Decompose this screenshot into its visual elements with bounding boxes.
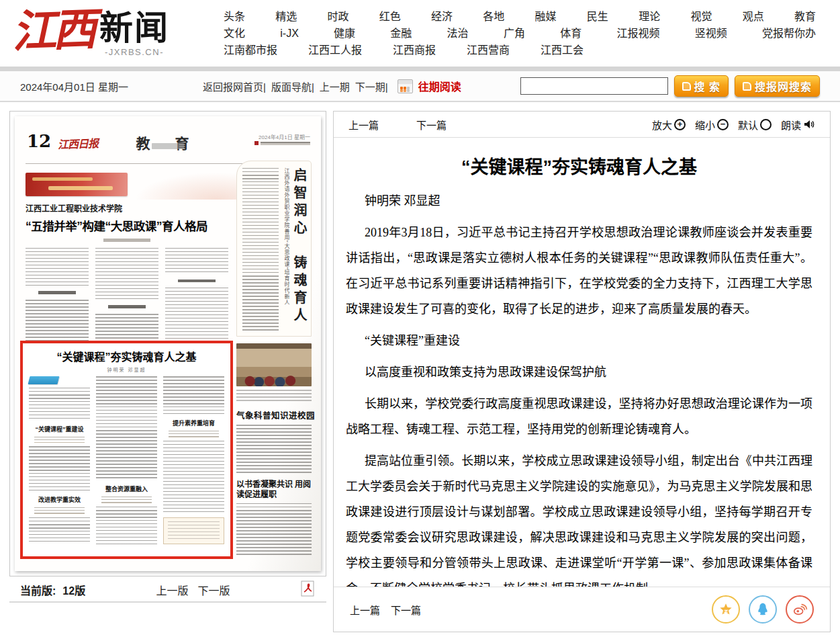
nav-item[interactable]: 文化 — [224, 25, 245, 42]
zoom-in-control[interactable]: 放大+ — [652, 118, 686, 132]
text-lines — [29, 388, 90, 420]
article-content: “关键课程”夯实铸魂育人之基 钟明荣 邓显超 2019年3月18日，习近平总书记… — [334, 138, 830, 587]
text-lines — [29, 517, 90, 544]
side-article-card[interactable]: 江西外语外贸职业学院善用“大思政课”培育时代新人 启智润心 铸魂育人 — [236, 161, 312, 337]
next-article-link[interactable]: 下一篇 — [416, 118, 447, 132]
logo-domain-text: -JXRBS.CN- — [105, 47, 164, 57]
nav-item[interactable]: 江西工人报 — [308, 42, 362, 58]
prev-issue-link[interactable]: 上一期 — [320, 79, 350, 93]
next-page-link[interactable]: 下一版 — [198, 582, 230, 598]
page-preview-panel: 12 江西日报 教 育 2024年4月1日 星期一 江西工业工程职业技术学院 “… — [9, 111, 326, 603]
nav-item[interactable]: 金融 — [390, 25, 412, 42]
prev-page-link[interactable]: 上一版 — [156, 582, 189, 598]
editor-note-box — [163, 517, 224, 544]
subhead-underline — [34, 437, 85, 443]
subhead-underline — [169, 431, 219, 437]
back-home-link[interactable]: 返回报网首页| — [203, 79, 266, 93]
newspaper-date-block: 2024年4月1日 星期一 — [254, 134, 310, 145]
nav-row-1: 头条 精选 时政 红色 经济 各地 融媒 民生 理论 视觉 观点 教育 — [224, 8, 816, 25]
news-photo — [236, 343, 312, 386]
nav-item[interactable]: 经济 — [431, 8, 453, 25]
side-article-subtitle: 江西外语外贸职业学院善用“大思政课”培育时代新人 — [283, 168, 289, 328]
nav-item[interactable]: 融媒 — [535, 8, 557, 25]
search-input[interactable] — [520, 77, 668, 95]
text-lines — [96, 376, 157, 480]
highlight-subhead: “关键课程”重建设 — [29, 425, 90, 433]
text-lines — [26, 300, 89, 345]
read-aloud-control[interactable]: 朗读 — [781, 118, 815, 132]
nav-item[interactable]: 法治 — [447, 25, 469, 42]
top-article[interactable]: 江西工业工程职业技术学院 “五措并举”构建“大思政课”育人格局 — [26, 202, 228, 345]
weather-article-headline: 气象科普知识进校园 — [236, 409, 312, 421]
nav-item[interactable]: 民生 — [587, 8, 608, 25]
nav-item[interactable]: 党报帮你办 — [762, 25, 816, 42]
text-lines — [168, 521, 220, 540]
highlighted-article-box[interactable]: “关键课程”夯实铸魂育人之基 钟明荣 邓显超 “关键课程”重建设 改进教学重实效 — [20, 341, 233, 559]
nav-item[interactable]: 观点 — [743, 8, 764, 25]
qzone-share-button[interactable] — [712, 595, 740, 624]
next-article-link[interactable]: 下一篇 — [391, 603, 421, 617]
weibo-share-button[interactable] — [786, 595, 814, 624]
photo-caption-lines — [236, 390, 312, 403]
nav-item[interactable]: 头条 — [224, 8, 245, 25]
pdf-icon[interactable] — [301, 581, 314, 599]
past-issues-link[interactable]: 往期阅读 — [418, 78, 461, 94]
default-size-control[interactable]: 默认 — [738, 118, 772, 132]
nav-item[interactable]: 江西商报 — [393, 42, 436, 58]
nav-item[interactable]: 精选 — [275, 8, 297, 25]
prev-article-link[interactable]: 上一篇 — [350, 603, 380, 617]
nav-item[interactable]: i-JX — [280, 25, 299, 42]
speaker-icon — [803, 118, 815, 130]
empty-circle-icon — [760, 119, 772, 130]
site-search-button[interactable]: 搜报网搜索 — [735, 75, 820, 97]
plus-circle-icon: + — [674, 119, 686, 130]
nav-item[interactable]: 理论 — [639, 8, 660, 25]
next-issue-link[interactable]: 下一期| — [355, 79, 388, 93]
text-lines — [236, 503, 312, 556]
nav-item[interactable]: 各地 — [483, 8, 504, 25]
article-toolbar: 上一篇 下一篇 放大+ 缩小− 默认 朗读 — [334, 112, 830, 138]
nav-row-2: 文化 i-JX 健康 金融 法治 广角 体育 江报视频 竖视频 党报帮你办 — [224, 25, 816, 42]
current-page-label: 当前版: — [20, 582, 56, 598]
nav-row-3: 江南都市报 江西工人报 江西商报 江西营商 江西工会 — [224, 42, 816, 58]
text-lines — [95, 248, 158, 300]
qq-share-button[interactable] — [749, 595, 777, 624]
text-lines — [261, 142, 310, 145]
prev-article-link[interactable]: 上一篇 — [348, 118, 379, 132]
article-reader-panel: 上一篇 下一篇 放大+ 缩小− 默认 朗读 “关键课程”夯实铸魂育人之基 钟明荣… — [333, 111, 831, 632]
zoom-out-control[interactable]: 缩小− — [695, 118, 729, 132]
newspaper-page-image[interactable]: 12 江西日报 教 育 2024年4月1日 星期一 江西工业工程职业技术学院 “… — [15, 116, 321, 571]
nav-item[interactable]: 广角 — [504, 25, 525, 42]
nav-item[interactable]: 江南都市报 — [224, 42, 277, 58]
subhead-underline — [34, 507, 85, 513]
side-column: 江西外语外贸职业学院善用“大思政课”培育时代新人 启智润心 铸魂育人 气象科普知… — [236, 161, 312, 556]
nav-item[interactable]: 时政 — [328, 8, 349, 25]
article-paragraph: 提高站位重引领。长期以来，学校成立思政课建设领导小组，制定出台《中共江西理工大学… — [346, 448, 812, 587]
nav-item[interactable]: 教育 — [794, 8, 816, 25]
text-lines — [29, 446, 90, 490]
top-article-headline: “五措并举”构建“大思政课”育人格局 — [26, 217, 228, 234]
nav-item[interactable]: 竖视频 — [695, 25, 727, 42]
nav-item[interactable]: 江西营商 — [467, 42, 510, 58]
search-hand-icon — [682, 82, 691, 91]
nav-item[interactable]: 体育 — [560, 25, 581, 42]
subhead-bar — [38, 291, 76, 294]
subhead-bar — [178, 280, 216, 283]
text-lines — [163, 441, 224, 514]
jxnews-stamp-logo — [28, 376, 60, 384]
red-square-marker — [254, 141, 259, 145]
issue-date: 2024年04月01日 星期一 — [20, 79, 188, 93]
search-button[interactable]: 搜 索 — [674, 75, 729, 97]
page-nav-link[interactable]: 版面导航| — [271, 79, 314, 93]
nav-item[interactable]: 健康 — [334, 25, 355, 42]
site-logo[interactable]: 江西 新闻 -JXRBS.CN- — [12, 4, 169, 57]
article-subhead: 以高度重视和政策支持为思政课建设保驾护航 — [346, 359, 812, 385]
nav-item[interactable]: 红色 — [379, 8, 401, 25]
calendar-icon[interactable] — [398, 79, 413, 93]
nav-item[interactable]: 江西工会 — [541, 42, 584, 58]
nav-item[interactable]: 视觉 — [690, 8, 712, 25]
nav-item[interactable]: 江报视频 — [616, 25, 659, 42]
article-title: “关键课程”夯实铸魂育人之基 — [346, 153, 812, 179]
highlight-subhead: 改进教学重实效 — [29, 495, 90, 504]
site-header: 江西 新闻 -JXRBS.CN- 头条 精选 时政 红色 经济 各地 融媒 民生… — [0, 0, 840, 67]
